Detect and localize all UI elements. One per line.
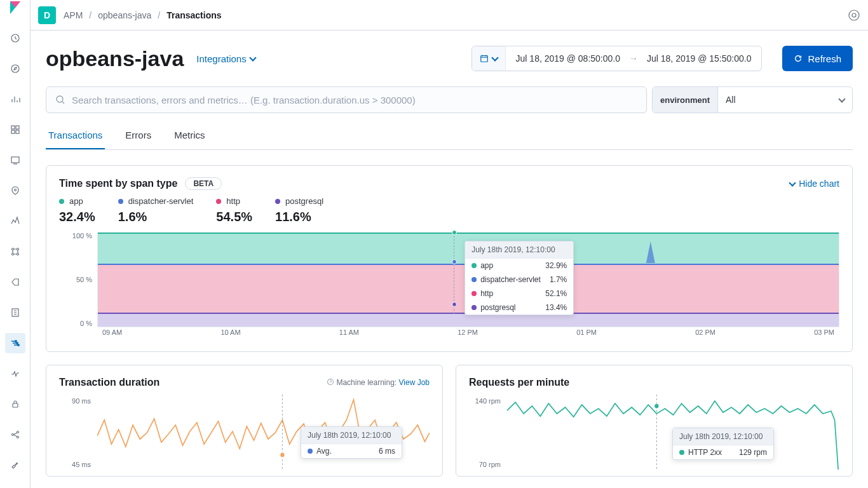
date-from: Jul 18, 2019 @ 08:50:00.0 xyxy=(516,53,620,64)
duration-tooltip: July 18th 2019, 12:10:00 Avg. 6 ms xyxy=(301,426,402,459)
rpm-chart[interactable]: 140 rpm 70 rpm July 18th 2019, 12:10:00 xyxy=(469,395,839,471)
legend-item[interactable]: http54.5% xyxy=(216,196,252,224)
span-type-panel: Time spent by span type BETA Hide chart … xyxy=(46,165,853,352)
kibana-logo[interactable] xyxy=(0,0,31,15)
nav-file-icon[interactable] xyxy=(5,302,25,323)
tooltip-row: http52.1% xyxy=(465,287,573,301)
tabs: Transactions Errors Metrics xyxy=(46,123,853,150)
nav-apm-icon[interactable] xyxy=(5,333,25,353)
y-tick: 140 rpm xyxy=(469,397,501,405)
left-sidebar xyxy=(0,0,31,488)
tooltip-time: July 18th 2019, 12:10:00 xyxy=(673,428,773,445)
svg-rect-5 xyxy=(16,126,19,129)
tt-label: Avg. xyxy=(316,447,332,456)
nav-canvas-icon[interactable] xyxy=(5,150,25,170)
span-x-axis: 09 AM10 AM11 AM12 PM01 PM02 PM03 PM xyxy=(97,329,839,340)
legend-dot xyxy=(118,199,123,204)
tooltip-row: app32.9% xyxy=(465,259,573,273)
x-tick: 10 AM xyxy=(220,329,240,340)
side-nav xyxy=(0,15,30,488)
legend-dot xyxy=(59,199,64,204)
duration-title: Transaction duration xyxy=(59,377,159,388)
nav-siem-icon[interactable] xyxy=(5,394,25,414)
tt-value: 6 ms xyxy=(379,447,395,456)
legend-dot xyxy=(216,199,221,204)
legend-item[interactable]: dispatcher-servlet1.6% xyxy=(118,196,194,224)
svg-rect-4 xyxy=(11,126,15,129)
svg-point-29 xyxy=(280,452,285,458)
environment-label: environment xyxy=(653,87,718,112)
nav-visualize-icon[interactable] xyxy=(5,89,25,109)
help-icon[interactable] xyxy=(327,378,334,386)
nav-uptime-icon[interactable] xyxy=(5,363,25,384)
date-to: Jul 18, 2019 @ 15:50:00.0 xyxy=(647,53,751,64)
y-tick: 0 % xyxy=(59,320,92,327)
legend-value: 32.4% xyxy=(59,210,95,224)
ml-view-job-link[interactable]: View Job xyxy=(399,378,430,387)
environment-select[interactable]: environment All xyxy=(652,86,853,113)
breadcrumb-root[interactable]: APM xyxy=(64,10,83,20)
x-tick: 01 PM xyxy=(576,329,597,340)
tooltip-time: July 18th 2019, 12:10:00 xyxy=(301,427,402,444)
svg-point-3 xyxy=(11,65,19,72)
legend-dot xyxy=(275,199,280,204)
y-tick: 45 ms xyxy=(59,461,91,468)
chevron-down-icon xyxy=(838,95,845,102)
duration-chart[interactable]: 90 ms 45 ms July 18th 2019, 12:10:00 xyxy=(59,395,430,471)
nav-infra-icon[interactable] xyxy=(5,241,25,262)
svg-rect-18 xyxy=(13,403,18,407)
tt-label: HTTP 2xx xyxy=(688,448,722,457)
search-box[interactable] xyxy=(46,86,647,113)
y-tick: 90 ms xyxy=(59,397,91,405)
nav-discover-icon[interactable] xyxy=(5,58,25,79)
help-icon[interactable] xyxy=(848,9,860,22)
calendar-button[interactable] xyxy=(472,46,506,71)
tab-metrics[interactable]: Metrics xyxy=(172,123,207,149)
nav-devtools-icon[interactable] xyxy=(5,455,25,475)
svg-point-9 xyxy=(14,189,16,191)
tooltip-row: dispatcher-servlet1.7% xyxy=(465,273,573,287)
svg-rect-25 xyxy=(480,56,487,62)
space-badge[interactable]: D xyxy=(38,6,56,24)
legend-item[interactable]: postgresql11.6% xyxy=(275,196,323,224)
legend-value: 1.6% xyxy=(118,210,194,224)
integrations-link[interactable]: Integrations xyxy=(196,53,255,64)
refresh-button[interactable]: Refresh xyxy=(782,46,853,71)
tt-value: 129 rpm xyxy=(739,448,767,457)
search-input[interactable] xyxy=(72,95,637,105)
svg-rect-6 xyxy=(11,130,15,133)
svg-rect-17 xyxy=(18,344,19,346)
nav-recent-icon[interactable] xyxy=(5,28,25,48)
chart-hover-line xyxy=(454,233,454,314)
tab-transactions[interactable]: Transactions xyxy=(46,123,105,149)
date-range-picker[interactable]: Jul 18, 2019 @ 08:50:00.0 → Jul 18, 2019… xyxy=(471,46,763,71)
nav-dashboard-icon[interactable] xyxy=(5,119,25,140)
page-title: opbeans-java xyxy=(46,46,184,71)
breadcrumb-service[interactable]: opbeans-java xyxy=(98,10,151,20)
rpm-title: Requests per minute xyxy=(469,377,569,388)
breadcrumb-current: Transactions xyxy=(166,10,221,20)
nav-graph-icon[interactable] xyxy=(5,424,25,445)
nav-ml-icon[interactable] xyxy=(5,211,25,231)
span-tooltip: July 18th 2019, 12:10:00 app32.9%dispatc… xyxy=(465,241,574,315)
arrow-right-icon: → xyxy=(629,53,638,64)
tab-errors[interactable]: Errors xyxy=(123,123,154,149)
legend-value: 11.6% xyxy=(275,210,323,224)
nav-monitoring-icon[interactable] xyxy=(5,485,25,488)
legend-item[interactable]: app32.4% xyxy=(59,196,95,224)
hide-chart-button[interactable]: Hide chart xyxy=(790,179,839,189)
environment-value: All xyxy=(726,95,736,105)
refresh-label: Refresh xyxy=(808,53,841,64)
breadcrumb-sep: / xyxy=(158,10,160,20)
x-tick: 03 PM xyxy=(814,329,834,340)
breadcrumb-sep: / xyxy=(89,10,92,20)
x-tick: 09 AM xyxy=(102,329,122,340)
nav-maps-icon[interactable] xyxy=(5,180,25,201)
nav-logs-icon[interactable] xyxy=(5,272,25,292)
legend-label-text: dispatcher-servlet xyxy=(128,196,194,206)
span-chart[interactable]: 100 % 50 % 0 % xyxy=(59,232,839,340)
legend-label-text: http xyxy=(226,196,240,206)
span-panel-title: Time spent by span type xyxy=(59,178,177,189)
hide-chart-label: Hide chart xyxy=(799,179,839,189)
svg-point-23 xyxy=(849,10,859,20)
